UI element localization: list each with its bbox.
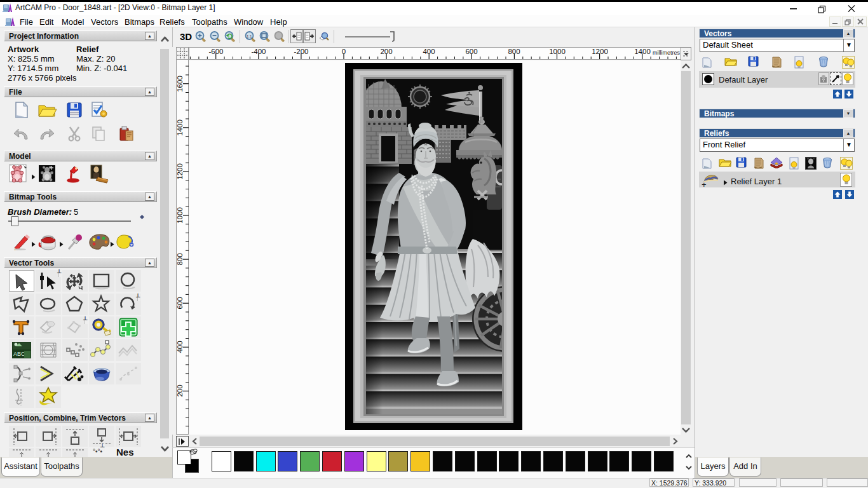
svg-text:1:1: 1:1: [247, 34, 252, 38]
svg-text:ABC: ABC: [13, 351, 25, 357]
